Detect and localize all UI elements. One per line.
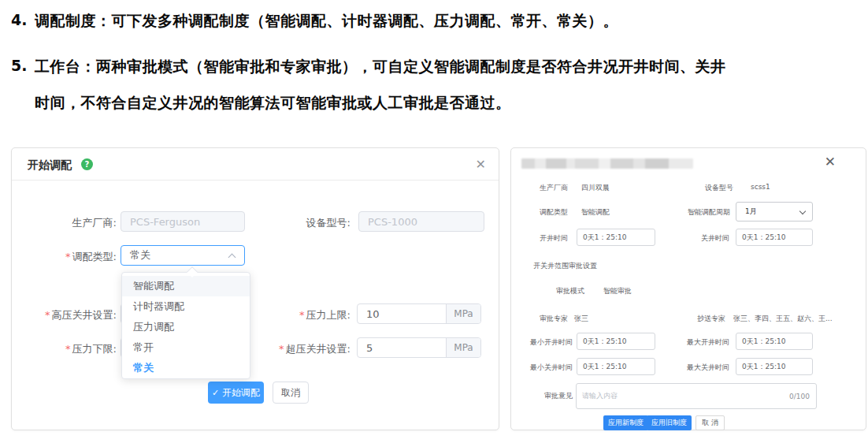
overpressure-unit: MPa <box>446 338 480 357</box>
model-label: 设备型号 <box>653 183 733 193</box>
manufacturer-label: 生产厂商 <box>511 183 568 193</box>
dispatch-type-value: 智能调配 <box>581 207 610 218</box>
doc-item4-text: 调配制度：可下发多种调配制度（智能调配、计时器调配、压力调配、常开、常关）。 <box>35 11 618 32</box>
smart-cycle-value: 1月 <box>736 207 757 217</box>
cancel-button-label: 取 消 <box>702 418 718 428</box>
pressure-upper-input[interactable]: 10 MPa <box>357 303 481 324</box>
pressure-lower-label-text: 压力下限: <box>72 343 117 355</box>
help-icon[interactable]: ? <box>81 158 93 170</box>
min-close-time-input[interactable]: 0天1：25:10 <box>577 358 655 375</box>
cc-expert-value: 张三、李四、王五、赵六、王... <box>733 314 833 324</box>
cancel-button-label: 取消 <box>281 386 300 400</box>
type-select[interactable]: 常关 <box>121 245 245 266</box>
start-dispatch-dialog: 开始调配 ? ✕ 生产厂商: PCS-Ferguson 设备型号: PCS-10… <box>11 147 499 430</box>
close-time-input[interactable]: 0天1：25:10 <box>736 229 813 246</box>
overpressure-input[interactable]: 5 MPa <box>357 337 481 358</box>
chevron-down-icon <box>799 208 806 214</box>
manufacturer-placeholder: PCS-Ferguson <box>121 216 200 228</box>
max-open-time-value: 0天1：25:10 <box>736 337 785 347</box>
char-counter: 0/100 <box>789 393 816 400</box>
apply-new-policy-button[interactable]: 应用新制度 <box>603 415 648 430</box>
dropdown-option-timer[interactable]: 计时器调配 <box>122 296 250 317</box>
open-time-input[interactable]: 0天1：25:10 <box>577 229 655 246</box>
manufacturer-label: 生产厂商: <box>12 216 117 230</box>
required-mark: * <box>65 343 71 355</box>
cancel-button[interactable]: 取消 <box>273 382 309 404</box>
min-open-time-label: 最小开井时间 <box>511 337 573 348</box>
dropdown-option-smart[interactable]: 智能调配 <box>122 276 250 296</box>
close-icon[interactable]: ✕ <box>825 155 836 169</box>
dispatch-type-label: 调配类型 <box>511 207 568 218</box>
approval-opinion-textarea[interactable]: 请输入内容 0/100 <box>576 383 817 409</box>
confirm-button-label: 开始调配 <box>222 386 260 400</box>
smart-cycle-select[interactable]: 1月 <box>736 202 813 222</box>
max-close-time-value: 0天1：25:10 <box>736 362 785 372</box>
pressure-upper-unit: MPa <box>446 304 480 323</box>
approval-expert-value: 张三 <box>574 314 588 324</box>
required-mark: * <box>299 309 305 321</box>
dropdown-option-always-open[interactable]: 常开 <box>122 337 250 358</box>
overpressure-value: 5 <box>358 342 373 354</box>
section-title: 开关井范围审批设置 <box>533 261 597 271</box>
doc-item5-text-line1: 工作台：两种审批模式（智能审批和专家审批），可自定义智能调配制度是否符合井况开井… <box>35 57 726 77</box>
max-open-time-input[interactable]: 0天1：25:10 <box>736 333 813 350</box>
type-label: *调配类型: <box>12 250 117 264</box>
overpressure-label-text: 超压关井设置: <box>286 343 351 355</box>
open-time-value: 0天1：25:10 <box>577 233 626 243</box>
approval-mode-value: 智能审批 <box>603 286 632 296</box>
dropdown-option-pressure[interactable]: 压力调配 <box>122 317 250 337</box>
max-close-time-label: 最大关井时间 <box>650 363 729 373</box>
min-open-time-value: 0天1：25:10 <box>577 337 626 347</box>
dropdown-option-always-closed[interactable]: 常关 <box>122 358 250 378</box>
cc-expert-label: 抄送专家 <box>681 314 725 324</box>
model-label: 设备型号: <box>247 216 351 230</box>
manufacturer-input[interactable]: PCS-Ferguson <box>121 211 245 232</box>
doc-item5-number: 5. <box>11 57 27 74</box>
max-close-time-input[interactable]: 0天1：25:10 <box>736 358 813 375</box>
pressure-upper-value: 10 <box>358 308 380 320</box>
apply-old-policy-label: 应用旧制度 <box>651 418 687 428</box>
manufacturer-value: 四川双晨 <box>581 183 610 193</box>
doc-item5-text-line2: 时间，不符合自定义井况的智能算法可智能审批或人工审批是否通过。 <box>35 93 511 114</box>
approval-mode-label: 审批模式 <box>556 286 584 296</box>
overpressure-label: *超压关井设置: <box>246 342 351 356</box>
apply-new-policy-label: 应用新制度 <box>608 418 644 428</box>
pressure-upper-label-text: 压力上限: <box>306 309 351 321</box>
dialog-header: 开始调配 ? ✕ <box>12 148 499 181</box>
close-time-label: 关井时间 <box>653 233 729 244</box>
approval-opinion-label: 审批意见 <box>511 391 573 401</box>
check-icon: ✓ <box>212 388 219 398</box>
pressure-lower-label: *压力下限: <box>12 342 117 356</box>
min-close-time-value: 0天1：25:10 <box>577 362 626 372</box>
chevron-up-icon <box>228 254 236 262</box>
smart-cycle-label: 智能调配周期 <box>650 207 730 218</box>
dialog-title: 开始调配 <box>28 158 72 173</box>
pressure-upper-label: *压力上限: <box>246 308 351 322</box>
required-mark: * <box>65 251 71 262</box>
model-value: scss1 <box>751 183 770 191</box>
close-icon[interactable]: ✕ <box>476 158 486 171</box>
required-mark: * <box>279 343 284 355</box>
open-time-label: 开井时间 <box>511 233 568 244</box>
approval-expert-label: 审批专家 <box>511 314 568 324</box>
min-close-time-label: 最小关井时间 <box>511 363 573 373</box>
max-open-time-label: 最大开井时间 <box>650 337 729 348</box>
redacted-title <box>521 158 693 169</box>
model-input[interactable]: PCS-1000 <box>358 211 484 232</box>
cancel-button[interactable]: 取 消 <box>696 415 725 430</box>
confirm-button[interactable]: ✓ 开始调配 <box>208 382 264 404</box>
close-time-value: 0天1：25:10 <box>736 233 785 243</box>
type-dropdown: 智能调配 计时器调配 压力调配 常开 常关 <box>121 272 250 379</box>
hp-shutin-label: *高压关井设置: <box>12 308 117 322</box>
required-mark: * <box>45 309 50 321</box>
type-label-text: 调配类型: <box>72 251 117 262</box>
min-open-time-input[interactable]: 0天1：25:10 <box>577 333 655 350</box>
apply-old-policy-button[interactable]: 应用旧制度 <box>647 415 692 430</box>
doc-item4-number: 4. <box>11 11 27 28</box>
approval-dialog: ✕ 生产厂商 四川双晨 设备型号 scss1 调配类型 智能调配 智能调配周期 … <box>510 147 866 430</box>
model-placeholder: PCS-1000 <box>359 216 417 228</box>
approval-opinion-placeholder: 请输入内容 <box>577 391 618 401</box>
page: 4. 调配制度：可下发多种调配制度（智能调配、计时器调配、压力调配、常开、常关）… <box>0 0 868 443</box>
type-select-value: 常关 <box>121 248 150 262</box>
hp-shutin-label-text: 高压关井设置: <box>52 309 117 321</box>
